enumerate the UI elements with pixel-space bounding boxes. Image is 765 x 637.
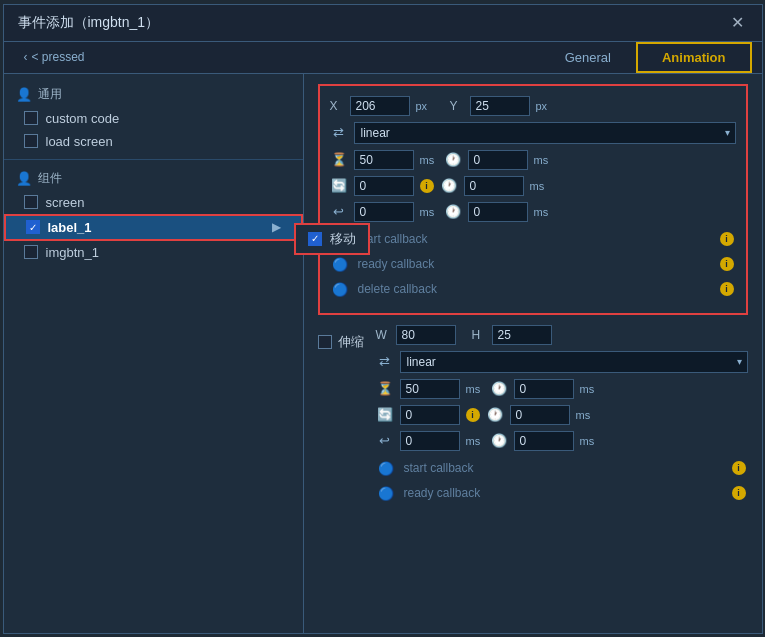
row4-b-input[interactable] [468,202,528,222]
back-button[interactable]: ‹ < pressed [14,44,95,70]
duration-move-row: ⏳ ms 🕐 ms [330,150,736,170]
row7: 🔄 i 🕐 ms [376,405,748,425]
checkbox-load-screen[interactable] [24,134,38,148]
row4-a-input[interactable] [354,202,414,222]
delete-callback-icon: 🔵 [332,282,350,297]
clock-icon-3: 🕐 [444,204,462,219]
ready-callback2-row: 🔵 ready callback i [376,482,748,505]
delete-callback-row: 🔵 delete callback i [330,278,736,301]
divider-1 [4,159,303,160]
checkbox-resize[interactable] [318,335,332,349]
checkbox-screen[interactable] [24,195,38,209]
label-screen: screen [46,195,85,210]
easing-resize-icon: ⇄ [376,354,394,369]
row3: 🔄 i 🕐 ms [330,176,736,196]
duration-resize-row: ⏳ ms 🕐 ms [376,379,748,399]
resize-section: 伸缩 W H ⇄ linear [318,325,748,507]
tab-general[interactable]: General [540,43,636,72]
row8-b-unit: ms [580,435,598,447]
xy-row: X px Y px [330,96,736,116]
clock-icon-1: 🕐 [444,152,462,167]
checkbox-imgbtn1[interactable] [24,245,38,259]
label-label1: label_1 [48,220,92,235]
resize-label: 伸缩 [338,333,364,351]
label-custom-code: custom code [46,111,120,126]
info-icon-start: i [720,232,734,246]
back-icon: ‹ [24,50,28,64]
general-section-icon: 👤 [16,87,32,102]
row7-a-input[interactable] [400,405,460,425]
row3-a-input[interactable] [354,176,414,196]
general-section-header: 👤 通用 [4,82,303,107]
easing-icon: ⇄ [330,125,348,140]
y-unit: px [536,100,554,112]
start-callback-row: 🔵 start callback i [330,228,736,251]
close-button[interactable]: ✕ [728,13,748,33]
x-unit: px [416,100,434,112]
left-panel: 👤 通用 custom code load screen 👤 组件 screen [4,74,304,633]
delay-move-input[interactable] [468,150,528,170]
clock-icon-r3: 🕐 [490,433,508,448]
clock-icon-2: 🕐 [440,178,458,193]
easing-resize-dropdown-wrapper: linear ease ease-in ease-out ▾ [400,351,748,373]
back-label: < pressed [32,50,85,64]
component-section-icon: 👤 [16,171,32,186]
row7-unit: ms [576,409,594,421]
duration-resize-input[interactable] [400,379,460,399]
delay-resize-input[interactable] [514,379,574,399]
clock-icon-r1: 🕐 [490,381,508,396]
checkbox-move[interactable] [308,232,322,246]
repeat-icon: 🔄 [330,178,348,193]
info-icon-start2: i [732,461,746,475]
row8-a-input[interactable] [400,431,460,451]
general-section-label: 通用 [38,86,62,103]
delete-callback-label: delete callback [358,282,712,296]
row3-b-input[interactable] [464,176,524,196]
row7-b-input[interactable] [510,405,570,425]
list-item-imgbtn1[interactable]: imgbtn_1 [4,241,303,264]
list-item-load-screen[interactable]: load screen [4,130,303,153]
easing-resize-row: ⇄ linear ease ease-in ease-out ▾ [376,351,748,373]
content-area: 👤 通用 custom code load screen 👤 组件 screen [4,74,762,633]
component-section-header: 👤 组件 [4,166,303,191]
repeat-resize-icon: 🔄 [376,407,394,422]
list-item-custom-code[interactable]: custom code [4,107,303,130]
start-callback2-row: 🔵 start callback i [376,457,748,480]
ready-callback-label: ready callback [358,257,712,271]
delay-move-unit: ms [534,154,552,166]
resize-check-panel: 伸缩 [318,325,364,351]
info-icon-ready2: i [732,486,746,500]
start-callback2-icon: 🔵 [378,461,396,476]
duration-move-unit: ms [420,154,438,166]
easing-move-row: ⇄ linear ease ease-in ease-out ▾ [330,122,736,144]
row8: ↩ ms 🕐 ms [376,431,748,451]
h-input[interactable] [492,325,552,345]
easing-resize-select[interactable]: linear ease ease-in ease-out [400,351,748,373]
duration-icon: ⏳ [330,152,348,167]
w-input[interactable] [396,325,456,345]
animation-move-box: X px Y px ⇄ linear ease ease-in [318,84,748,315]
ready-callback-row: 🔵 ready callback i [330,253,736,276]
row4: ↩ ms 🕐 ms [330,202,736,222]
y-input[interactable] [470,96,530,116]
h-label: H [472,328,486,342]
label-load-screen: load screen [46,134,113,149]
list-item-screen[interactable]: screen [4,191,303,214]
label-move: 移动 [330,230,356,248]
right-panel: X px Y px ⇄ linear ease ease-in [304,74,762,633]
w-label: W [376,328,390,342]
list-item-label1[interactable]: label_1 ▶ [4,214,303,241]
duration-move-input[interactable] [354,150,414,170]
move-check-panel: 移动 [294,223,370,255]
x-label: X [330,99,344,113]
easing-move-select[interactable]: linear ease ease-in ease-out [354,122,736,144]
checkbox-label1[interactable] [26,220,40,234]
checkbox-custom-code[interactable] [24,111,38,125]
x-input[interactable] [350,96,410,116]
dialog: 事件添加（imgbtn_1） ✕ ‹ < pressed General Ani… [3,4,763,634]
row8-b-input[interactable] [514,431,574,451]
row4-a-unit: ms [420,206,438,218]
tab-animation[interactable]: Animation [636,42,752,73]
start-callback-label: start callback [358,232,712,246]
row8-a-unit: ms [466,435,484,447]
